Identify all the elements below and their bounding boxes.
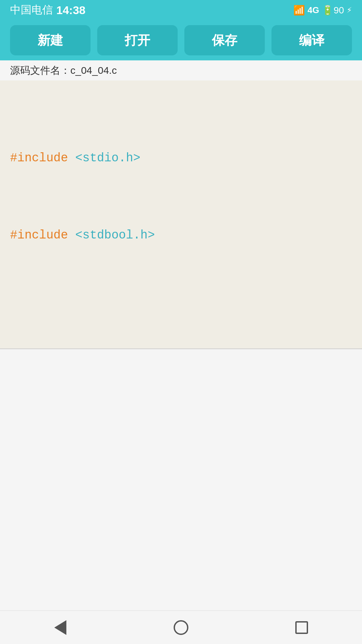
code-content[interactable]: #include <stdio.h> #include <stdbool.h> … [10, 91, 352, 349]
time-label: 14:38 [56, 4, 85, 17]
code-editor[interactable]: #include <stdio.h> #include <stdbool.h> … [0, 80, 362, 349]
open-button[interactable]: 打开 [97, 25, 178, 55]
network-icon: 4G [308, 5, 319, 15]
compile-button[interactable]: 编译 [272, 25, 352, 55]
status-bar: 中国电信 14:38 📶 4G 🔋90 ⚡ [0, 0, 362, 20]
home-icon [174, 620, 188, 635]
filename-bar: 源码文件名：c_04_04.c [0, 60, 362, 80]
code-line-3 [10, 303, 352, 323]
code-line-1: #include <stdio.h> [10, 149, 352, 168]
back-icon [54, 620, 66, 635]
output-area[interactable] [0, 349, 362, 610]
filename-label: 源码文件名：c_04_04.c [10, 64, 117, 77]
recent-icon [295, 621, 308, 634]
back-button[interactable] [47, 614, 74, 641]
carrier-label: 中国电信 [10, 3, 53, 17]
new-button[interactable]: 新建 [10, 25, 90, 55]
status-icons: 📶 4G 🔋90 ⚡ [293, 5, 352, 16]
signal-icon: 📶 [293, 5, 305, 16]
save-button[interactable]: 保存 [184, 25, 265, 55]
battery-icon: 🔋90 [322, 5, 344, 16]
toolbar: 新建 打开 保存 编译 [0, 20, 362, 60]
code-line-2: #include <stdbool.h> [10, 226, 352, 245]
recent-button[interactable] [288, 614, 315, 641]
nav-bar [0, 610, 362, 644]
charge-icon: ⚡ [347, 5, 352, 15]
home-button[interactable] [168, 614, 194, 641]
